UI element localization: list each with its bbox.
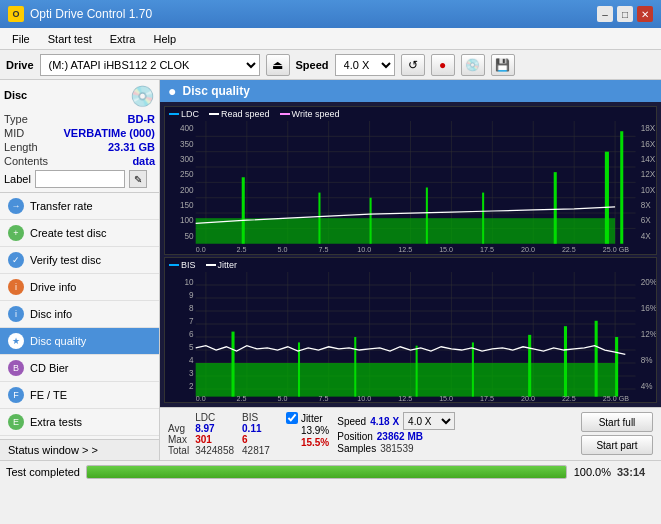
action-buttons: Start full Start part bbox=[581, 412, 653, 455]
svg-text:25.0 GB: 25.0 GB bbox=[603, 246, 629, 254]
svg-text:17.5: 17.5 bbox=[480, 394, 494, 402]
disc-quality-icon: ★ bbox=[8, 333, 24, 349]
svg-text:3: 3 bbox=[189, 368, 194, 378]
extra-tests-icon: E bbox=[8, 414, 24, 430]
svg-text:4X: 4X bbox=[641, 232, 652, 241]
chart2-legend: BIS Jitter bbox=[165, 258, 656, 272]
create-test-icon: + bbox=[8, 225, 24, 241]
sidebar-item-extra-tests[interactable]: E Extra tests bbox=[0, 409, 159, 436]
menu-start-test[interactable]: Start test bbox=[40, 31, 100, 47]
svg-text:2.5: 2.5 bbox=[237, 394, 247, 402]
chart1-container: LDC Read speed Write speed bbox=[164, 106, 657, 255]
svg-rect-76 bbox=[196, 363, 615, 397]
legend-write: Write speed bbox=[280, 109, 340, 119]
eject-button[interactable]: ⏏ bbox=[266, 54, 290, 76]
speed-select-stat[interactable]: 4.0 X bbox=[403, 412, 455, 430]
refresh-button[interactable]: ↺ bbox=[401, 54, 425, 76]
svg-text:10.0: 10.0 bbox=[357, 394, 371, 402]
disc-icon: 💿 bbox=[130, 84, 155, 108]
drive-select[interactable]: (M:) ATAPI iHBS112 2 CLOK bbox=[40, 54, 260, 76]
type-value: BD-R bbox=[128, 113, 156, 125]
svg-text:350: 350 bbox=[180, 140, 194, 149]
panel-title: Disc quality bbox=[182, 84, 249, 98]
stats-bar: LDC BIS Avg 8.97 0.11 Max 301 6 Total 34… bbox=[160, 407, 661, 460]
svg-rect-26 bbox=[605, 152, 609, 244]
svg-text:7: 7 bbox=[189, 316, 194, 326]
svg-rect-81 bbox=[472, 342, 474, 396]
close-button[interactable]: ✕ bbox=[637, 6, 653, 22]
progress-fill bbox=[87, 466, 566, 478]
status-window[interactable]: Status window > > bbox=[0, 439, 159, 460]
avg-label: Avg bbox=[168, 423, 195, 434]
mid-label: MID bbox=[4, 127, 24, 139]
sidebar-item-disc-info[interactable]: i Disc info bbox=[0, 301, 159, 328]
svg-rect-19 bbox=[196, 218, 615, 244]
sidebar-item-label: CD Bier bbox=[30, 362, 69, 374]
minimize-button[interactable]: – bbox=[597, 6, 613, 22]
svg-text:8: 8 bbox=[189, 303, 194, 313]
sidebar-item-label: Create test disc bbox=[30, 227, 106, 239]
sidebar-item-disc-quality[interactable]: ★ Disc quality bbox=[0, 328, 159, 355]
svg-text:7.5: 7.5 bbox=[318, 246, 328, 254]
menu-extra[interactable]: Extra bbox=[102, 31, 144, 47]
chart2-container: BIS Jitter bbox=[164, 257, 657, 403]
sidebar-item-transfer-rate[interactable]: → Transfer rate bbox=[0, 193, 159, 220]
panel-icon: ● bbox=[168, 83, 176, 99]
mid-value: VERBATIMe (000) bbox=[64, 127, 155, 139]
menu-help[interactable]: Help bbox=[145, 31, 184, 47]
max-bis: 6 bbox=[242, 434, 278, 445]
sidebar: Disc 💿 Type BD-R MID VERBATIMe (000) Len… bbox=[0, 80, 160, 460]
progress-bar-area: Test completed 100.0% 33:14 bbox=[0, 460, 661, 482]
maximize-button[interactable]: □ bbox=[617, 6, 633, 22]
svg-text:400: 400 bbox=[180, 124, 194, 133]
chart1-legend: LDC Read speed Write speed bbox=[165, 107, 656, 121]
svg-text:7.5: 7.5 bbox=[318, 394, 328, 402]
svg-text:12X: 12X bbox=[641, 170, 656, 179]
svg-rect-83 bbox=[564, 326, 567, 396]
label-edit-button[interactable]: ✎ bbox=[129, 170, 147, 188]
sidebar-item-label: Disc quality bbox=[30, 335, 86, 347]
sidebar-item-fe-te[interactable]: F FE / TE bbox=[0, 382, 159, 409]
main-content: ● Disc quality LDC Read speed Write spee… bbox=[160, 80, 661, 460]
contents-label: Contents bbox=[4, 155, 48, 167]
save-button[interactable]: 💾 bbox=[491, 54, 515, 76]
svg-text:6: 6 bbox=[189, 329, 194, 339]
sidebar-item-cd-bier[interactable]: B CD Bier bbox=[0, 355, 159, 382]
svg-text:12%: 12% bbox=[641, 329, 656, 339]
sidebar-item-label: Disc info bbox=[30, 308, 72, 320]
total-ldc: 3424858 bbox=[195, 445, 242, 456]
label-input[interactable] bbox=[35, 170, 125, 188]
sidebar-item-verify-test-disc[interactable]: ✓ Verify test disc bbox=[0, 247, 159, 274]
total-bis: 42817 bbox=[242, 445, 278, 456]
disc-type-row: Type BD-R bbox=[4, 112, 155, 126]
svg-text:200: 200 bbox=[180, 186, 194, 195]
svg-text:100: 100 bbox=[180, 216, 194, 225]
contents-value: data bbox=[132, 155, 155, 167]
record-button[interactable]: ● bbox=[431, 54, 455, 76]
sidebar-item-create-test-disc[interactable]: + Create test disc bbox=[0, 220, 159, 247]
chart2-svg: 10 9 8 7 6 5 4 3 2 20% 16% 12% 8% 4% 0 bbox=[165, 272, 656, 402]
verify-test-icon: ✓ bbox=[8, 252, 24, 268]
time-display: 33:14 bbox=[617, 466, 655, 478]
max-label: Max bbox=[168, 434, 195, 445]
svg-text:5.0: 5.0 bbox=[278, 394, 288, 402]
title-bar: O Opti Drive Control 1.70 – □ ✕ bbox=[0, 0, 661, 28]
jitter-checkbox[interactable] bbox=[286, 412, 298, 424]
speed-select[interactable]: 4.0 X bbox=[335, 54, 395, 76]
start-full-button[interactable]: Start full bbox=[581, 412, 653, 432]
svg-text:2.5: 2.5 bbox=[237, 246, 247, 254]
status-window-label: Status window > > bbox=[8, 444, 98, 456]
sidebar-item-label: Transfer rate bbox=[30, 200, 93, 212]
svg-rect-25 bbox=[554, 172, 557, 244]
svg-text:8%: 8% bbox=[641, 355, 653, 365]
menu-file[interactable]: File bbox=[4, 31, 38, 47]
speed-section: Speed 4.18 X 4.0 X Position 23862 MB Sam… bbox=[337, 412, 455, 454]
sidebar-item-label: FE / TE bbox=[30, 389, 67, 401]
svg-text:25.0 GB: 25.0 GB bbox=[603, 394, 629, 402]
svg-text:0.0: 0.0 bbox=[196, 394, 206, 402]
jitter-max: 15.5% bbox=[286, 437, 329, 448]
disc-button[interactable]: 💿 bbox=[461, 54, 485, 76]
sidebar-item-drive-info[interactable]: i Drive info bbox=[0, 274, 159, 301]
sidebar-item-label: Extra tests bbox=[30, 416, 82, 428]
start-part-button[interactable]: Start part bbox=[581, 435, 653, 455]
